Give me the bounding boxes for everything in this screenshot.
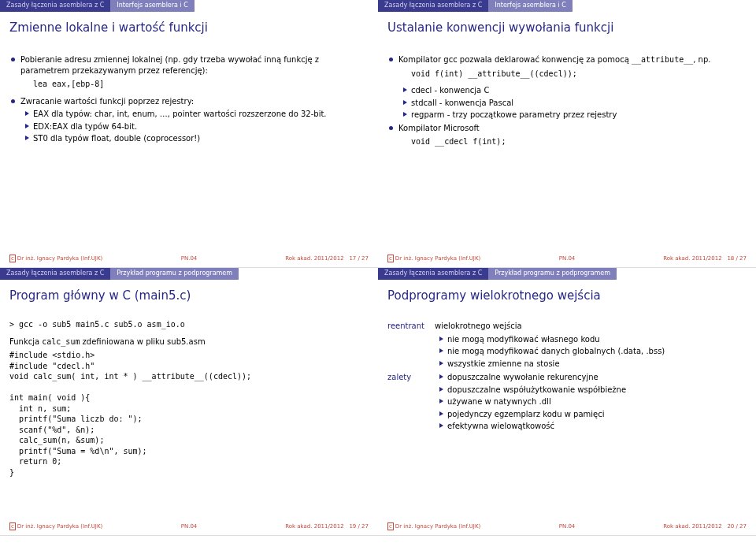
breadcrumb: Zasady łączenia asemblera z C Przykład p… [0, 268, 378, 280]
code-line: lea eax,[ebp-8] [33, 79, 369, 90]
text: , np. [693, 55, 710, 64]
list-item: używane w natywnych .dll [447, 396, 747, 407]
breadcrumb: Zasady łączenia asemblera z C Przykład p… [378, 268, 756, 280]
text: Pobieranie adresu zmiennej lokalnej (np.… [20, 55, 319, 75]
list-item: pojedynczy egzemplarz kodu w pamięci [447, 409, 747, 420]
text: Kompilator Microsoft [398, 124, 480, 132]
inline-code: calc_sum [42, 337, 80, 346]
slide-footer: cDr inż. Ignacy Pardyka (Inf.UJK) PN.04 … [387, 252, 747, 264]
page-title: Zmienne lokalne i wartość funkcji [9, 20, 369, 35]
nav-section: Zasady łączenia asemblera z C [0, 0, 110, 12]
slide-footer: cDr inż. Ignacy Pardyka (Inf.UJK) PN.04 … [387, 520, 747, 532]
copyright-icon: c [387, 255, 394, 262]
copyright-icon: c [9, 255, 16, 262]
slide-17: Zasady łączenia asemblera z C Interfejs … [0, 0, 378, 268]
footer-author: Dr inż. Ignacy Pardyka (Inf.UJK) [17, 255, 102, 262]
footer-mid: PN.04 [129, 523, 249, 530]
list-item: Zwracanie wartości funkcji poprzez rejes… [20, 96, 369, 144]
term-zalety: zalety [387, 372, 411, 383]
page-title: Podprogramy wielokrotnego wejścia [387, 288, 747, 303]
list-item: dopuszczalne wywołanie rekurencyjne [447, 372, 747, 383]
footer-term: Rok akad. 2011/2012 [663, 255, 722, 262]
list-item: Pobieranie adresu zmiennej lokalnej (np.… [20, 54, 369, 90]
slide-18: Zasady łączenia asemblera z C Interfejs … [378, 0, 756, 268]
breadcrumb: Zasady łączenia asemblera z C Interfejs … [378, 0, 756, 12]
list-item: efektywna wielowątkowość [447, 421, 747, 432]
nav-section: Zasady łączenia asemblera z C [0, 268, 110, 280]
list-item: stdcall - konwencja Pascal [411, 98, 747, 109]
code-line: void __cdecl f(int); [411, 136, 747, 147]
list-item: EDX:EAX dla typów 64-bit. [33, 121, 369, 132]
text: Funkcja calc_sum zdefiniowana w pliku su… [9, 336, 369, 348]
definition: dopuszczalne wywołanie rekurencyjne dopu… [435, 372, 747, 432]
page-number: 18 / 27 [727, 255, 747, 262]
nav-subsection: Interfejs asemblera i C [110, 0, 195, 12]
list-item: ST0 dla typów float, double (coprocessor… [33, 133, 369, 144]
list-item: Kompilator gcc pozwala deklarować konwen… [398, 54, 747, 121]
slide-19: Zasady łączenia asemblera z C Przykład p… [0, 268, 378, 536]
page-number: 19 / 27 [349, 523, 369, 530]
list-item: Kompilator Microsoft void __cdecl f(int)… [398, 123, 747, 147]
footer-term: Rok akad. 2011/2012 [663, 523, 722, 530]
footer-term: Rok akad. 2011/2012 [285, 255, 344, 262]
code-block: #include <stdio.h> #include "cdecl.h" vo… [9, 350, 369, 478]
inline-code: __attribute__ [632, 55, 693, 64]
nav-subsection: Interfejs asemblera i C [488, 0, 573, 12]
footer-mid: PN.04 [507, 255, 627, 262]
definition: wielokrotnego wejścia nie mogą modyfikow… [435, 321, 747, 369]
list-item: cdecl - konwencja C [411, 85, 747, 96]
slide-20: Zasady łączenia asemblera z C Przykład p… [378, 268, 756, 536]
copyright-icon: c [9, 522, 16, 530]
footer-term: Rok akad. 2011/2012 [285, 523, 344, 530]
term-reentrant: reentrant [387, 321, 424, 332]
page-title: Program główny w C (main5.c) [9, 288, 369, 303]
list-item: dopuszczalne współużytkowanie współbieżn… [447, 385, 747, 396]
page-number: 17 / 27 [349, 255, 369, 262]
list-item: EAX dla typów: char, int, enum, …, point… [33, 109, 369, 120]
footer-author: Dr inż. Ignacy Pardyka (Inf.UJK) [17, 523, 102, 530]
breadcrumb: Zasady łączenia asemblera z C Interfejs … [0, 0, 378, 12]
text: Zwracanie wartości funkcji poprzez rejes… [20, 97, 194, 106]
footer-mid: PN.04 [507, 523, 627, 530]
text: zdefiniowana w pliku sub5.asm [80, 337, 205, 346]
nav-subsection: Przykład programu z podprogramem [488, 268, 617, 280]
footer-author: Dr inż. Ignacy Pardyka (Inf.UJK) [395, 255, 480, 262]
list-item: nie mogą modyfikować danych globalnych (… [447, 346, 747, 357]
page-title: Ustalanie konwencji wywołania funkcji [387, 20, 747, 35]
list-item: nie mogą modyfikować własnego kodu [447, 334, 747, 345]
nav-section: Zasady łączenia asemblera z C [378, 268, 488, 280]
copyright-icon: c [387, 522, 394, 530]
slide-footer: cDr inż. Ignacy Pardyka (Inf.UJK) PN.04 … [9, 520, 369, 532]
shell-command: > gcc -o sub5 main5.c sub5.o asm_io.o [9, 319, 369, 330]
list-item: wszystkie zmienne na stosie [447, 359, 747, 370]
text: Kompilator gcc pozwala deklarować konwen… [398, 55, 632, 64]
page-number: 20 / 27 [727, 523, 747, 530]
list-item: regparm - trzy początkowe parametry prze… [411, 110, 747, 121]
nav-subsection: Przykład programu z podprogramem [110, 268, 239, 280]
code-line: void f(int) __attribute__((cdecl)); [411, 69, 747, 80]
slide-footer: cDr inż. Ignacy Pardyka (Inf.UJK) PN.04 … [9, 252, 369, 264]
footer-mid: PN.04 [129, 255, 249, 262]
text: wielokrotnego wejścia [435, 322, 522, 330]
text: Funkcja [9, 337, 42, 346]
footer-author: Dr inż. Ignacy Pardyka (Inf.UJK) [395, 523, 480, 530]
nav-section: Zasady łączenia asemblera z C [378, 0, 488, 12]
